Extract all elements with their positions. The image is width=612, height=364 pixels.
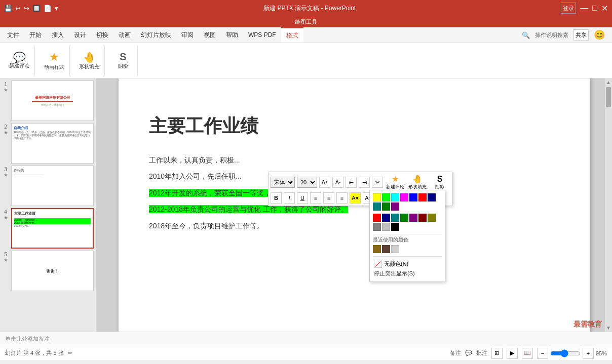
animation-style-button[interactable]: ★ 动画样式	[43, 50, 65, 72]
color-r2-6[interactable]	[418, 214, 427, 222]
minimize-icon[interactable]: —	[580, 4, 588, 13]
slide-item-4[interactable]: 4 ★ 主要工作业绩 2012年开发的系统... 2012-2018年负责...…	[2, 208, 94, 249]
align-right-button[interactable]: ≡	[336, 192, 348, 204]
more-icon[interactable]: ▾	[55, 5, 58, 12]
search-label[interactable]: 操作说明搜索	[535, 31, 568, 39]
align-left-button[interactable]: ≡	[310, 192, 321, 204]
slide-star-4: ★	[4, 215, 8, 220]
zoom-out-button[interactable]: −	[537, 348, 548, 359]
slide-item-2[interactable]: 2 ★ 自我介绍 我叫周薇，女，30岁，已婚，家住在长春南端。2016年毕业于个…	[2, 123, 94, 164]
color-red[interactable]	[418, 193, 427, 201]
share-button[interactable]: 共享	[573, 29, 589, 41]
normal-view-button[interactable]: ⊞	[491, 348, 503, 359]
no-color-button[interactable]: 无颜色(N)	[373, 259, 442, 269]
ribbon-group-fill: 🤚 形状填充	[74, 46, 105, 76]
copy-format-button[interactable]: ✂	[372, 177, 383, 188]
no-color-label: 无颜色(N)	[384, 260, 408, 268]
tab-start[interactable]: 开始	[24, 27, 47, 43]
tab-file[interactable]: 文件	[2, 27, 24, 43]
slide-canvas: 主要工作业绩 工作以来，认真负责，积极... 2010年加入公司，先后任职...…	[119, 78, 590, 332]
slide-thumb-4[interactable]: 主要工作业绩 2012年开发的系统... 2012-2018年负责... 201…	[11, 208, 94, 249]
color-blue[interactable]	[409, 193, 417, 201]
bold-button[interactable]: B	[271, 192, 282, 204]
tab-view[interactable]: 视图	[199, 27, 221, 43]
underline-button[interactable]: U	[297, 192, 308, 204]
edit-icon[interactable]: ✏	[68, 350, 72, 356]
font-family-select[interactable]: 宋体	[271, 177, 295, 188]
color-r2-1[interactable]	[373, 214, 381, 222]
login-button[interactable]: 登录	[561, 3, 576, 14]
highlight-color-button[interactable]: A▾	[350, 192, 361, 204]
slide-thumb-5[interactable]: 谢谢！	[11, 251, 94, 291]
notes-bar[interactable]: 单击此处添加备注	[0, 332, 612, 346]
color-r2-10[interactable]	[391, 223, 399, 231]
save-icon[interactable]: 💾	[4, 5, 12, 12]
tab-slideshow[interactable]: 幻灯片放映	[136, 27, 176, 43]
status-left: 幻灯片 第 4 张，共 5 张 ✏	[5, 349, 72, 357]
tab-help[interactable]: 帮助	[221, 27, 243, 43]
recent-color-2[interactable]	[382, 245, 390, 253]
reading-view-button[interactable]: 📖	[522, 348, 533, 359]
tab-insert[interactable]: 插入	[47, 27, 69, 43]
color-dark-blue[interactable]	[428, 193, 436, 201]
color-dark-green[interactable]	[382, 203, 390, 211]
zoom-slider[interactable]	[550, 349, 581, 357]
slide-item-1[interactable]: 1 ★ 慕幂网络科技有限公司 年终总结，技术部门	[2, 80, 94, 121]
slide-thumb-3[interactable]: 作报告 ————————————	[11, 166, 94, 206]
undo-icon[interactable]: ↩	[15, 5, 21, 12]
color-green[interactable]	[382, 193, 390, 201]
main-layout: 1 ★ 慕幂网络科技有限公司 年终总结，技术部门 2 ★ 自我介绍 我叫周薇，女	[0, 78, 612, 332]
color-r2-2[interactable]	[382, 214, 390, 222]
font-size-up-button[interactable]: A+	[319, 177, 330, 188]
font-size-down-button[interactable]: A-	[332, 177, 343, 188]
color-r2-7[interactable]	[428, 214, 436, 222]
close-icon[interactable]: ✕	[601, 4, 608, 13]
slide-item-3[interactable]: 3 ★ 作报告 ————————————	[2, 166, 94, 206]
tab-design[interactable]: 设计	[69, 27, 91, 43]
new-comment-button[interactable]: 💬 新建评论	[8, 51, 30, 70]
color-picker-dropdown: 最近使用的颜色 无颜色(N) 停止突出显示(S)	[369, 190, 445, 282]
outdent-button[interactable]: ⇥	[359, 177, 370, 188]
color-r2-5[interactable]	[409, 214, 417, 222]
color-purple[interactable]	[391, 203, 399, 211]
slide-item-5[interactable]: 5 ★ 谢谢！	[2, 251, 94, 291]
tab-review[interactable]: 审阅	[176, 27, 199, 43]
ribbon-right-area: 🔍 操作说明搜索 共享 😊	[522, 29, 610, 41]
zoom-in-button[interactable]: +	[583, 348, 594, 359]
comment-label[interactable]: 批注	[476, 349, 487, 357]
tab-switch[interactable]: 切换	[91, 27, 113, 43]
font-size-select[interactable]: 20	[297, 177, 317, 188]
indent-button[interactable]: ⇤	[346, 177, 357, 188]
color-r2-9[interactable]	[382, 223, 390, 231]
slideshow-view-button[interactable]: ▶	[507, 348, 518, 359]
tab-animation[interactable]: 动画	[113, 27, 136, 43]
color-cyan[interactable]	[391, 193, 399, 201]
slide-thumb-2[interactable]: 自我介绍 我叫周薇，女，30岁，已婚，家住在长春南端。2016年毕业于个经城大学…	[11, 123, 94, 164]
color-yellow[interactable]	[373, 193, 381, 201]
slide-thumb-1[interactable]: 慕幂网络科技有限公司 年终总结，技术部门	[11, 80, 94, 121]
restore-icon[interactable]: □	[592, 4, 597, 13]
scrollbar-right[interactable]: ▲ ▼	[605, 78, 612, 332]
tab-wpspdf[interactable]: WPS PDF	[243, 27, 281, 43]
align-center-button[interactable]: ≡	[323, 192, 334, 204]
redo-icon[interactable]: ↪	[24, 5, 29, 12]
remarks-label[interactable]: 备注	[450, 349, 461, 357]
color-teal[interactable]	[373, 203, 381, 211]
color-magenta[interactable]	[400, 193, 408, 201]
color-r2-8[interactable]	[373, 223, 381, 231]
stop-highlight-button[interactable]: 停止突出显示(S)	[373, 269, 442, 278]
color-r2-4[interactable]	[400, 214, 408, 222]
shadow-button[interactable]: S 阴影	[113, 50, 133, 71]
italic-button[interactable]: I	[284, 192, 295, 204]
slide-line-5: 2018年至今，负责项目维护工作等。	[149, 220, 559, 231]
color-r2-3[interactable]	[391, 214, 399, 222]
fill-shape-button[interactable]: 🤚 形状填充	[78, 50, 100, 71]
slide-star-1: ★	[4, 87, 8, 93]
tab-format[interactable]: 格式	[281, 27, 303, 43]
scroll-thumb-right[interactable]	[606, 87, 611, 107]
recent-color-3[interactable]	[391, 245, 399, 253]
recent-color-1[interactable]	[373, 245, 381, 253]
slide-panel[interactable]: 1 ★ 慕幂网络科技有限公司 年终总结，技术部门 2 ★ 自我介绍 我叫周薇，女	[0, 78, 96, 332]
custom-icon[interactable]: 🔲	[32, 5, 41, 12]
file-icon[interactable]: 📄	[44, 5, 52, 12]
